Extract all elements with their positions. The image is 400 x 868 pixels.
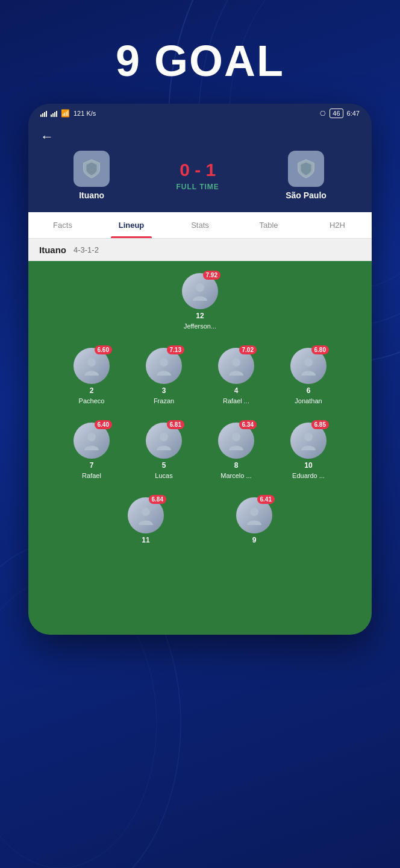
- player-card-8[interactable]: 6.34 8 Marcelo ...: [206, 423, 266, 479]
- player-card-9[interactable]: 6.41 9: [224, 497, 284, 547]
- back-button[interactable]: ←: [40, 129, 54, 145]
- player-rating-3: 7.13: [167, 345, 184, 354]
- player-number-2: 2: [90, 386, 94, 395]
- status-bar-right: ⎔ 46 6:47: [320, 108, 360, 118]
- player-avatar-wrap-4: 7.02: [218, 348, 254, 384]
- player-figure-icon: [298, 355, 319, 377]
- teams-row: Ituano 0 - 1 FULL TIME São Paulo: [40, 151, 360, 200]
- player-number-4: 4: [234, 386, 239, 395]
- phone-container: 📶 121 K/s ⎔ 46 6:47 ← Ituano: [28, 104, 372, 635]
- page-big-title: 9 GOAL: [116, 36, 284, 86]
- score-center: 0 - 1 FULL TIME: [176, 160, 219, 191]
- player-rating-9: 6.41: [257, 495, 275, 504]
- home-team-name: Ituano: [79, 190, 104, 200]
- away-team-name: São Paulo: [286, 190, 327, 200]
- player-name-3: Frazan: [154, 397, 174, 404]
- player-card-2[interactable]: 6.60 2 Pacheco: [61, 348, 122, 404]
- away-team-shield: [288, 151, 324, 187]
- player-number-10: 10: [304, 461, 312, 470]
- player-name-10: Eduardo ...: [292, 472, 325, 479]
- wifi-icon: 📶: [61, 109, 70, 118]
- home-shield-icon: [80, 157, 103, 180]
- status-bar-left: 📶 121 K/s: [40, 109, 96, 118]
- svg-point-9: [304, 358, 313, 366]
- player-name-6: Jonathan: [295, 397, 322, 404]
- lineup-team-name: Ituano: [39, 245, 66, 255]
- svg-point-7: [160, 358, 168, 366]
- pitch: 7.92 12 Jefferson... 6.60 2: [28, 261, 372, 635]
- svg-point-8: [232, 358, 240, 366]
- player-name-7: Rafael: [82, 472, 101, 479]
- svg-point-5: [196, 283, 204, 292]
- match-header: ← Ituano 0 - 1 FULL TIME: [28, 123, 372, 212]
- player-avatar-wrap-9: 6.41: [236, 497, 272, 533]
- player-avatar-wrap-8: 6.34: [218, 423, 254, 459]
- player-card-11[interactable]: 6.84 11: [116, 497, 176, 547]
- player-rating-2: 6.60: [95, 345, 112, 354]
- away-shield-icon: [295, 157, 317, 180]
- player-rating-8: 6.34: [239, 420, 257, 429]
- player-row-att: 6.84 11 6.41 9: [34, 497, 366, 547]
- player-rating-5: 6.81: [167, 420, 184, 429]
- player-card-6[interactable]: 6.80 6 Jonathan: [278, 348, 339, 404]
- player-figure-icon: [243, 505, 265, 526]
- svg-point-12: [232, 433, 240, 441]
- player-number-5: 5: [162, 461, 166, 470]
- player-rating-4: 7.02: [239, 345, 257, 354]
- svg-point-15: [250, 508, 258, 516]
- away-team: São Paulo: [286, 151, 327, 200]
- player-figure-icon: [153, 430, 175, 451]
- svg-point-13: [304, 433, 313, 441]
- player-number-7: 7: [90, 461, 94, 470]
- tab-lineup[interactable]: Lineup: [97, 212, 166, 238]
- player-name-2: Pacheco: [79, 397, 105, 404]
- player-card-7[interactable]: 6.40 7 Rafael: [61, 423, 122, 479]
- tab-stats[interactable]: Stats: [166, 212, 234, 238]
- player-number-12: 12: [196, 312, 204, 320]
- svg-point-6: [87, 358, 96, 366]
- player-avatar-wrap-11: 6.84: [128, 497, 164, 533]
- player-avatar-wrap-2: 6.60: [73, 348, 110, 384]
- player-card-3[interactable]: 7.13 3 Frazan: [134, 348, 194, 404]
- player-card-5[interactable]: 6.81 5 Lucas: [134, 423, 194, 479]
- player-number-8: 8: [234, 461, 239, 470]
- player-avatar-wrap-6: 6.80: [290, 348, 327, 384]
- tab-facts[interactable]: Facts: [28, 212, 97, 238]
- tab-bar: Facts Lineup Stats Table H2H: [28, 212, 372, 239]
- tab-table[interactable]: Table: [234, 212, 303, 238]
- player-card-4[interactable]: 7.02 4 Rafael ...: [206, 348, 266, 404]
- player-figure-icon: [189, 280, 211, 302]
- home-team: Ituano: [73, 151, 110, 200]
- signal-icon-1: [40, 110, 47, 117]
- player-rating-12: 7.92: [203, 271, 220, 280]
- score-status: FULL TIME: [176, 183, 219, 191]
- svg-point-11: [160, 433, 168, 441]
- vibrate-icon: ⎔: [320, 110, 326, 118]
- player-figure-icon: [81, 355, 102, 377]
- player-avatar-wrap-5: 6.81: [146, 423, 182, 459]
- player-rating-6: 6.80: [311, 345, 329, 354]
- player-name-4: Rafael ...: [223, 397, 249, 404]
- player-number-11: 11: [142, 536, 149, 544]
- player-figure-icon: [153, 355, 175, 377]
- player-card-10[interactable]: 6.85 10 Eduardo ...: [278, 423, 339, 479]
- player-name-5: Lucas: [155, 472, 172, 479]
- signal-icon-2: [51, 110, 57, 117]
- lineup-formation: 4-3-1-2: [73, 245, 99, 254]
- player-figure-icon: [225, 430, 247, 451]
- player-rating-11: 6.84: [149, 495, 166, 504]
- player-card-12[interactable]: 7.92 12 Jefferson...: [170, 273, 230, 330]
- score: 0 - 1: [180, 160, 216, 180]
- player-name-12: Jefferson...: [184, 322, 216, 330]
- player-row-def: 6.60 2 Pacheco 7.13 3 Frazan: [34, 348, 366, 404]
- home-team-shield: [73, 151, 110, 187]
- player-row-mid: 6.40 7 Rafael 6.81 5 Lucas: [34, 423, 366, 479]
- tab-h2h[interactable]: H2H: [303, 212, 372, 238]
- player-row-gk: 7.92 12 Jefferson...: [34, 273, 366, 330]
- player-avatar-wrap-10: 6.85: [290, 423, 327, 459]
- player-avatar-wrap-12: 7.92: [182, 273, 218, 309]
- player-figure-icon: [81, 430, 102, 451]
- status-bar: 📶 121 K/s ⎔ 46 6:47: [28, 104, 372, 123]
- player-avatar-wrap-3: 7.13: [146, 348, 182, 384]
- battery-level: 46: [330, 108, 343, 118]
